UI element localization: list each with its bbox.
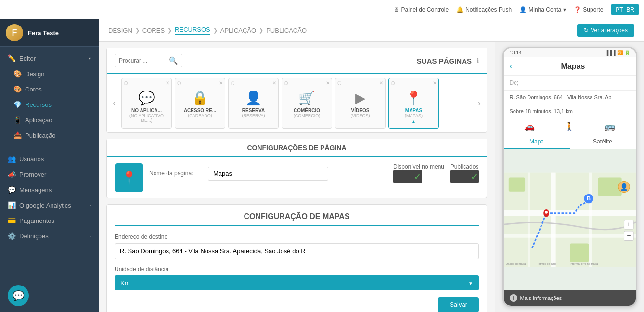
sidebar-editor[interactable]: ✏️ Editor ▾ xyxy=(0,51,99,66)
acesso-sub: (CADEADO) xyxy=(179,113,221,118)
minha-conta-link[interactable]: 👤 Minha Conta ▾ xyxy=(519,6,566,13)
unidade-label: Unidade de distância xyxy=(115,266,479,273)
svg-text:Termos de Uso: Termos de Uso xyxy=(537,262,556,265)
card-close-icon-5[interactable]: ✕ xyxy=(379,80,383,86)
sidebar-item-design[interactable]: 🎨 Design xyxy=(0,66,99,81)
page-name-input[interactable] xyxy=(208,167,328,181)
breadcrumb-publicacao[interactable]: PUBLICAÇÃO xyxy=(266,27,307,34)
lang-button[interactable]: PT_BR xyxy=(611,4,639,15)
page-card-acesso[interactable]: ⬡ ✕ 🔒 ACESSO RE... (CADEADO) xyxy=(175,78,225,129)
disponivel-check: ✓ xyxy=(414,171,421,182)
battery-icon: 🔋 xyxy=(624,50,630,55)
sidebar-header: F Fera Teste xyxy=(0,19,99,47)
analytics-chevron: › xyxy=(90,203,91,208)
page-card-no-aplicativo[interactable]: ⬡ ✕ 💬 NO APLICA... (NO APLICATIVO ME...) xyxy=(121,78,172,129)
unidade-group: Unidade de distância Km Miles xyxy=(115,266,479,290)
next-arrow[interactable]: › xyxy=(472,82,487,125)
aplicacao-icon: 📱 xyxy=(13,116,21,124)
no-aplicativo-sub: (NO APLICATIVO ME...) xyxy=(126,113,167,123)
card-close-icon-3[interactable]: ✕ xyxy=(272,80,276,86)
definicoes-chevron: › xyxy=(90,234,91,239)
car-icon[interactable]: 🚗 xyxy=(524,121,535,132)
mapas-up-arrow: ▲ xyxy=(393,119,435,124)
sidebar-item-promover[interactable]: 📣 Promover xyxy=(0,167,99,182)
preview-panel: 13:14 ▐▐▐ 🛜 🔋 ‹ Mapas De; R. São Domin xyxy=(495,42,644,312)
map-config-title: CONFIGURAÇÃO DE MAPAS xyxy=(115,212,479,226)
page-card-reserva[interactable]: ⬡ ✕ 👤 RESERVA (RESERVA) xyxy=(228,78,279,129)
svg-point-12 xyxy=(545,211,548,214)
time-info: Sobre 18 minutos, 13,1 km xyxy=(504,104,636,118)
pagamentos-label: Pagamentos xyxy=(19,217,54,224)
unidade-select-wrapper: Km Miles xyxy=(115,275,479,290)
search-box[interactable]: 🔍 xyxy=(115,54,182,67)
sidebar-item-recursos[interactable]: 💎 Recursos xyxy=(0,97,99,112)
breadcrumb-design[interactable]: DESIGN xyxy=(108,27,132,34)
map-tabs: Mapa Satélite xyxy=(504,135,636,149)
sidebar-item-pagamentos[interactable]: 💳 Pagamentos › xyxy=(0,213,99,228)
endereco-group: Endereço de destino xyxy=(115,234,479,259)
unidade-select[interactable]: Km Miles xyxy=(115,275,479,290)
svg-text:−: − xyxy=(627,232,631,239)
comercio-icon: 🛒 xyxy=(286,90,328,106)
definicoes-label: Definições xyxy=(19,233,49,240)
publicados-check: ✓ xyxy=(471,171,478,182)
editor-panel: 🔍 SUAS PÁGINAS ℹ ‹ ⬡ xyxy=(99,42,495,312)
card-close-icon-4[interactable]: ✕ xyxy=(326,80,330,86)
aplicacao-label: Aplicação xyxy=(25,117,52,124)
phone-title: Mapas xyxy=(516,62,630,71)
bell-icon: 🔔 xyxy=(456,6,464,13)
transport-icons: 🚗 🚶 🚌 xyxy=(504,118,636,135)
sidebar-item-usuarios[interactable]: 👥 Usuários xyxy=(0,151,99,167)
page-card-comercio[interactable]: ⬡ ✕ 🛒 COMÉRCIO (COMERCIO) xyxy=(282,78,332,129)
breadcrumb-aplicacao[interactable]: APLICAÇÃO xyxy=(220,27,256,34)
reserva-icon: 👤 xyxy=(232,90,274,106)
dest-field: R. São Domingos, 664 - Vila Nossa Sra. A… xyxy=(504,91,636,104)
tab-mapa[interactable]: Mapa xyxy=(504,135,570,149)
back-button[interactable]: ‹ xyxy=(510,61,513,71)
sidebar-item-mensagens[interactable]: 💬 Mensagens xyxy=(0,182,99,197)
cores-icon: 🎨 xyxy=(13,85,21,93)
no-aplicativo-icon: 💬 xyxy=(126,90,167,106)
prev-arrow[interactable]: ‹ xyxy=(107,82,121,125)
editor-label: Editor xyxy=(19,55,36,62)
page-card-mapas[interactable]: ⬡ ✕ 📍 MAPAS (MAPAS) ▲ xyxy=(388,78,439,129)
tab-satelite[interactable]: Satélite xyxy=(570,135,636,149)
sidebar-item-aplicacao[interactable]: 📱 Aplicação xyxy=(0,112,99,128)
painel-controle-link[interactable]: 🖥 Painel de Controle xyxy=(393,6,449,13)
svg-text:+: + xyxy=(627,221,631,228)
chat-bubble[interactable]: 💬 xyxy=(8,285,29,306)
analytics-icon: 📊 xyxy=(8,201,15,209)
map-config-body: CONFIGURAÇÃO DE MAPAS Endereço de destin… xyxy=(107,205,487,312)
publicados-toggle[interactable]: ✓ xyxy=(450,170,479,183)
page-card-videos[interactable]: ⬡ ✕ ▶ VÍDEOS (VIDEOS) xyxy=(335,78,386,129)
reserva-sub: (RESERVA) xyxy=(232,113,274,118)
breadcrumb-recursos[interactable]: RECURSOS xyxy=(175,26,210,35)
pages-list: ⬡ ✕ 💬 NO APLICA... (NO APLICATIVO ME...) xyxy=(121,78,472,129)
map-svg: B 👤 + − xyxy=(504,149,636,290)
sidebar-item-cores[interactable]: 🎨 Cores xyxy=(0,81,99,97)
mapas-sub: (MAPAS) xyxy=(393,113,435,118)
svg-text:Dados do mapa: Dados do mapa xyxy=(505,262,526,265)
save-button[interactable]: Salvar xyxy=(438,297,479,312)
suporte-link[interactable]: ❓ Suporte xyxy=(574,6,603,13)
breadcrumb-cores[interactable]: CORES xyxy=(142,27,165,34)
card-close-icon[interactable]: ✕ xyxy=(166,80,169,86)
endereco-input[interactable] xyxy=(115,243,479,259)
card-close-icon-6[interactable]: ✕ xyxy=(433,80,437,86)
notificacoes-link[interactable]: 🔔 Notificações Push xyxy=(456,6,512,13)
bus-icon[interactable]: 🚌 xyxy=(605,121,615,132)
chevron-down-icon: ▾ xyxy=(563,6,566,13)
mensagens-icon: 💬 xyxy=(8,186,15,194)
card-close-icon-2[interactable]: ✕ xyxy=(219,80,223,86)
sidebar-item-definicoes[interactable]: ⚙️ Definições › xyxy=(0,228,99,244)
search-input[interactable] xyxy=(119,57,167,64)
ver-alteracoes-button[interactable]: ↻ Ver alterações xyxy=(577,24,634,37)
walk-icon[interactable]: 🚶 xyxy=(564,121,575,132)
sidebar-item-google-analytics[interactable]: 📊 O google Analytics › xyxy=(0,197,99,213)
phone-status-icons: ▐▐▐ 🛜 🔋 xyxy=(605,50,630,55)
disponivel-menu-toggle[interactable]: ✓ xyxy=(393,170,422,183)
svg-text:B: B xyxy=(587,195,591,201)
svg-rect-8 xyxy=(570,243,589,262)
map-footer[interactable]: i Mais Informações xyxy=(504,290,636,306)
sidebar-item-publicacao[interactable]: 📤 Publicação xyxy=(0,128,99,143)
